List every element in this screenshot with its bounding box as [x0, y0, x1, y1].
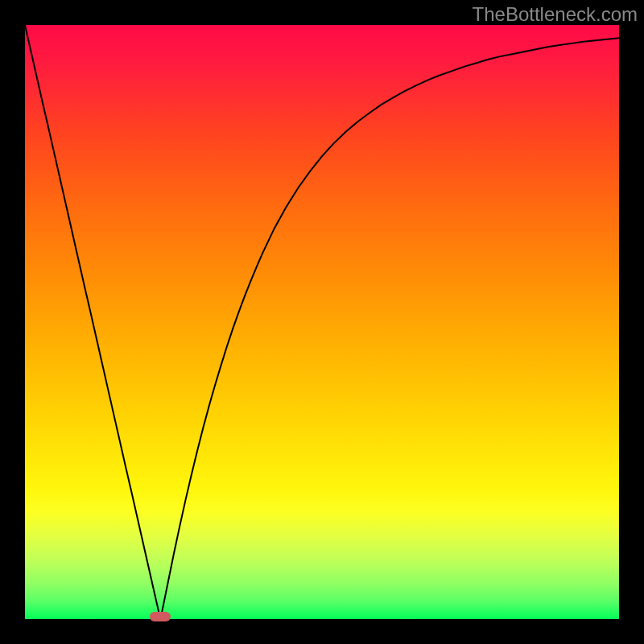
curve-layer: [25, 25, 619, 619]
chart-container: TheBottleneck.com: [0, 0, 644, 644]
curve-path: [25, 25, 619, 619]
plot-area: [25, 25, 619, 619]
minimum-marker: [150, 612, 171, 621]
watermark-text: TheBottleneck.com: [473, 3, 638, 26]
